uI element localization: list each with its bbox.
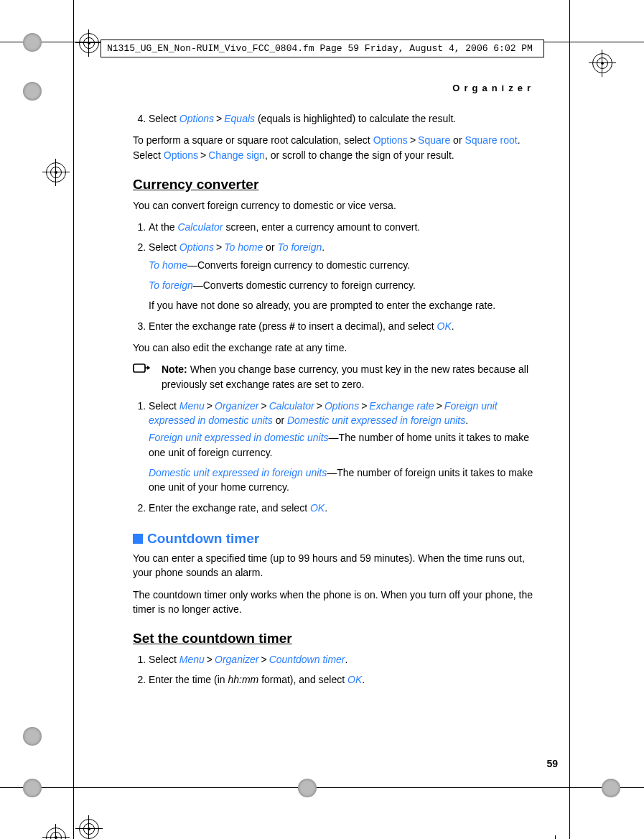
- registration-mark-gray: [602, 779, 620, 797]
- gt: >: [216, 113, 222, 124]
- crop-line-bottom: [0, 787, 644, 788]
- gt: >: [261, 400, 267, 412]
- square-paragraph: To perform a square or square root calcu…: [133, 133, 535, 162]
- ui-change-sign: Change sign: [208, 149, 265, 161]
- ui-ok: OK: [310, 502, 325, 514]
- text: or: [263, 241, 277, 253]
- crop-line-left: [73, 0, 74, 839]
- registration-mark-icon: [46, 828, 66, 839]
- registration-mark-icon: [46, 162, 66, 182]
- ui-square: Square: [418, 134, 450, 146]
- heading-text: Countdown timer: [147, 531, 259, 546]
- registration-mark-gray: [23, 727, 42, 746]
- timer-p2: The countdown timer only works when the …: [133, 588, 535, 617]
- gt: >: [207, 654, 213, 665]
- text: .: [345, 654, 348, 665]
- text: Enter the exchange rate, and select: [149, 502, 310, 514]
- framemaker-header: N1315_UG_EN_Non-RUIM_Vivo_FCC_0804.fm Pa…: [101, 40, 544, 57]
- to-home-def: —Converts foreign currency to domestic c…: [187, 259, 410, 271]
- set-countdown-steps: Select Menu>Organizer>Countdown timer. E…: [133, 652, 535, 687]
- ui-organizer: Organizer: [215, 654, 258, 665]
- calc-steps-continued: Select Options>Equals (equals is highlig…: [133, 111, 535, 126]
- svg-rect-0: [134, 364, 145, 372]
- gt: >: [317, 400, 322, 412]
- text: , or scroll to change the sign of your r…: [265, 149, 454, 161]
- text: format), and select: [258, 674, 347, 685]
- ui-options: Options: [179, 241, 214, 253]
- exchange-rate-steps: Select Menu>Organizer>Calculator>Options…: [133, 399, 535, 515]
- registration-mark-gray: [23, 779, 42, 797]
- currency-steps: At the Calculator screen, enter a curren…: [133, 220, 535, 333]
- text: At the: [149, 221, 177, 233]
- page-content: Organizer Select Options>Equals (equals …: [133, 83, 535, 695]
- gt: >: [410, 134, 416, 146]
- ui-equals: Equals: [224, 113, 255, 124]
- currency-converter-heading: Currency converter: [133, 177, 535, 193]
- currency-step-1: At the Calculator screen, enter a curren…: [149, 220, 535, 234]
- text: .: [362, 674, 365, 685]
- text: .: [325, 502, 327, 514]
- registration-mark-gray: [23, 82, 42, 101]
- ui-countdown-timer: Countdown timer: [269, 654, 345, 665]
- text: Enter the time (in: [149, 674, 228, 685]
- registration-mark-icon: [79, 819, 99, 839]
- ui-ok: OK: [437, 320, 452, 332]
- edit-rate-anytime: You can also edit the exchange rate at a…: [133, 340, 535, 355]
- exchange-step-2: Enter the exchange rate, and select OK.: [149, 501, 535, 515]
- step-4: Select Options>Equals (equals is highlig…: [149, 111, 535, 126]
- section-bullet-icon: [133, 534, 143, 544]
- running-head: Organizer: [133, 83, 535, 93]
- ui-to-home: To home: [224, 241, 263, 253]
- ui-menu: Menu: [179, 654, 205, 665]
- gt: >: [216, 241, 222, 253]
- text: or: [450, 134, 465, 146]
- text: .: [322, 241, 325, 253]
- text: Select: [149, 241, 179, 253]
- ui-to-foreign: To foreign: [149, 279, 193, 291]
- countdown-timer-heading: Countdown timer: [133, 531, 535, 547]
- text: When you change base currency, you must …: [162, 363, 528, 389]
- page-number: 59: [546, 758, 558, 769]
- text: .: [465, 414, 468, 426]
- text: screen, enter a currency amount to conve…: [223, 221, 421, 233]
- ui-exchange-rate: Exchange rate: [369, 400, 434, 412]
- ui-calculator: Calculator: [177, 221, 223, 233]
- note-label: Note:: [162, 363, 187, 375]
- ui-calculator: Calculator: [269, 400, 314, 412]
- text: or: [273, 414, 287, 426]
- text: .: [452, 320, 454, 332]
- ui-options: Options: [164, 149, 198, 161]
- ui-square-root: Square root: [465, 134, 517, 146]
- ui-organizer: Organizer: [215, 400, 258, 412]
- gt: >: [361, 400, 367, 412]
- currency-intro: You can convert foreign currency to dome…: [133, 198, 535, 213]
- gt: >: [207, 400, 213, 412]
- gt: >: [261, 654, 267, 665]
- to-foreign-def: —Converts domestic currency to foreign c…: [193, 279, 416, 291]
- ui-ok: OK: [347, 674, 362, 685]
- crop-line-right: [569, 0, 570, 839]
- timer-p1: You can enter a specified time (up to 99…: [133, 551, 535, 580]
- registration-mark-icon: [79, 33, 99, 53]
- text: Select: [149, 400, 179, 412]
- text: To perform a square or square root calcu…: [133, 134, 373, 146]
- ui-domestic-unit-foreign: Domestic unit expressed in foreign units: [287, 414, 465, 426]
- hhmm-format: hh:mm: [228, 674, 259, 685]
- text: Select: [149, 654, 179, 665]
- currency-step-2: Select Options>To home or To foreign. To…: [149, 240, 535, 312]
- text: to insert a decimal), and select: [295, 320, 437, 332]
- ui-to-foreign: To foreign: [277, 241, 322, 253]
- ui-domestic-unit-foreign: Domestic unit expressed in foreign units: [149, 467, 327, 478]
- note-icon: [133, 362, 162, 379]
- set-step-1: Select Menu>Organizer>Countdown timer.: [149, 652, 535, 667]
- currency-step-3: Enter the exchange rate (press # to inse…: [149, 319, 535, 333]
- registration-mark-gray: [23, 33, 42, 52]
- hash-key: #: [289, 320, 295, 332]
- ui-options: Options: [179, 113, 214, 124]
- exchange-prompt: If you have not done so already, you are…: [149, 298, 535, 312]
- ui-menu: Menu: [179, 400, 205, 412]
- text: Select: [149, 113, 179, 124]
- ui-options: Options: [325, 400, 359, 412]
- ui-to-home: To home: [149, 259, 187, 271]
- registration-mark-gray: [298, 779, 317, 797]
